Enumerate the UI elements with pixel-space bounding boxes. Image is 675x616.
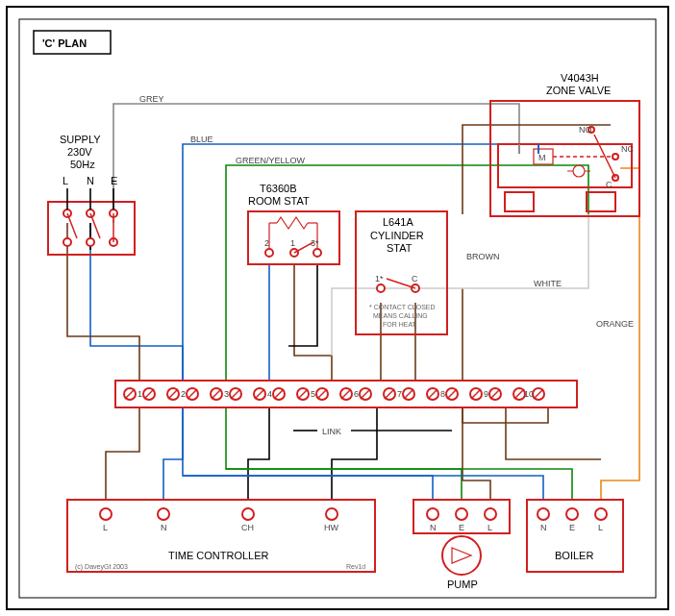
svg-text:9: 9	[484, 389, 488, 399]
pump-icon	[442, 536, 481, 575]
cyl-tc: C	[412, 274, 418, 283]
pump: N E L PUMP	[413, 500, 510, 590]
svg-text:N: N	[540, 523, 547, 532]
svg-text:5: 5	[311, 389, 315, 399]
wire-blue-label: BLUE	[190, 135, 213, 144]
svg-point-98	[538, 508, 549, 520]
svg-text:4: 4	[267, 389, 272, 399]
wire-brown-j9	[506, 407, 601, 459]
svg-text:CH: CH	[241, 523, 254, 532]
svg-text:10: 10	[524, 389, 534, 399]
wire-blue-boilerN	[183, 476, 543, 500]
svg-point-16	[265, 249, 273, 257]
svg-text:2: 2	[181, 389, 186, 399]
wire-orange-label: ORANGE	[596, 319, 634, 329]
svg-text:3: 3	[224, 389, 229, 399]
pump-name: PUMP	[447, 579, 478, 590]
svg-text:E: E	[459, 523, 464, 532]
svg-point-100	[566, 508, 578, 520]
cyl-name2: STAT	[387, 242, 412, 254]
wire-white-label: WHITE	[534, 279, 562, 288]
wire-brown-label: BROWN	[466, 252, 500, 261]
wire-brown-j1-tcL	[106, 407, 139, 500]
svg-rect-29	[587, 192, 615, 211]
title-text: 'C' PLAN	[42, 37, 87, 49]
room-stat-name: ROOM STAT	[248, 195, 310, 207]
svg-line-7	[90, 213, 100, 238]
rs-t3: 3*	[311, 238, 319, 248]
zv-c: C	[606, 180, 612, 189]
wire-blue-j2-tcN	[163, 407, 183, 500]
wire-grey-label: GREY	[139, 94, 164, 104]
wire-grey	[113, 104, 519, 223]
zv-no: NO	[579, 125, 592, 135]
zv-name: ZONE VALVE	[546, 85, 611, 96]
wire-green-pumpE	[226, 407, 462, 500]
zv-motor: M	[538, 153, 546, 162]
tc-rev: Rev1d	[346, 563, 365, 570]
zone-valve: V4043H ZONE VALVE M NO NC C	[490, 72, 639, 216]
rs-t1: 1	[290, 238, 295, 248]
wire-black-j4-tcCH	[248, 407, 269, 500]
wire-black-j7-tcHW	[332, 407, 377, 500]
link-label: LINK	[322, 427, 341, 436]
svg-line-6	[67, 213, 77, 238]
svg-point-94	[456, 508, 467, 520]
cylinder-stat: L641A CYLINDER STAT 1* C * CONTACT CLOSE…	[356, 211, 447, 334]
junction-terms: 1 2 3 4 5 6 7	[124, 388, 544, 400]
svg-point-20	[377, 284, 385, 292]
wire-blue-top	[183, 144, 538, 381]
svg-text:L: L	[103, 523, 108, 532]
room-stat-model: T6360B	[260, 183, 297, 194]
svg-text:HW: HW	[324, 523, 338, 532]
wire-brown-rs1	[294, 264, 332, 381]
supply-voltage: 230V	[67, 146, 92, 158]
cyl-name1: CYLINDER	[370, 230, 424, 241]
svg-point-88	[242, 508, 254, 520]
resistor-icon	[277, 217, 308, 229]
boiler: N E L BOILER	[527, 500, 623, 572]
svg-point-25	[612, 154, 618, 160]
wire-blue-supplyN	[90, 223, 183, 381]
svg-point-86	[158, 508, 169, 520]
svg-rect-28	[505, 192, 534, 211]
svg-point-3	[63, 238, 71, 246]
svg-text:6: 6	[354, 389, 359, 399]
svg-point-18	[313, 249, 321, 257]
room-stat: T6360B ROOM STAT 2 1 3*	[248, 183, 339, 264]
time-controller: L N CH HW TIME CONTROLLER (c) DaveyGt 20…	[67, 500, 375, 572]
zv-nc: NC	[621, 144, 634, 154]
cyl-note1: * CONTACT CLOSED	[369, 304, 436, 310]
svg-point-96	[485, 508, 496, 520]
svg-text:L: L	[488, 523, 492, 532]
wire-orange	[601, 168, 639, 500]
boiler-name: BOILER	[555, 550, 593, 561]
tc-name: TIME CONTROLLER	[168, 550, 269, 561]
zv-model: V4043H	[561, 72, 599, 84]
svg-point-92	[427, 508, 438, 520]
svg-point-84	[100, 508, 112, 520]
svg-point-90	[326, 508, 338, 520]
supply-label: SUPPLY	[60, 134, 101, 145]
svg-text:N: N	[161, 523, 167, 532]
wire-brown-supplyL	[67, 223, 139, 381]
supply-block: SUPPLY 230V 50Hz L N E	[48, 134, 135, 255]
supply-E: E	[111, 175, 117, 186]
svg-point-4	[87, 238, 94, 246]
cyl-note3: FOR HEAT	[383, 321, 417, 328]
svg-text:E: E	[569, 523, 575, 532]
svg-text:L: L	[598, 523, 603, 532]
wire-brown-pumpL	[462, 407, 490, 500]
svg-text:1: 1	[138, 389, 142, 399]
svg-text:8: 8	[440, 389, 445, 399]
wire-green-label: GREEN/YELLOW	[236, 156, 306, 165]
wire-blue-pumpN	[183, 407, 433, 500]
supply-freq: 50Hz	[70, 159, 95, 170]
cyl-model: L641A	[383, 216, 413, 228]
svg-text:7: 7	[397, 389, 402, 399]
supply-N: N	[87, 175, 94, 186]
wire-black-rs3	[288, 264, 317, 346]
svg-point-102	[595, 508, 607, 520]
cyl-t1: 1*	[375, 274, 384, 283]
svg-text:N: N	[430, 523, 437, 532]
